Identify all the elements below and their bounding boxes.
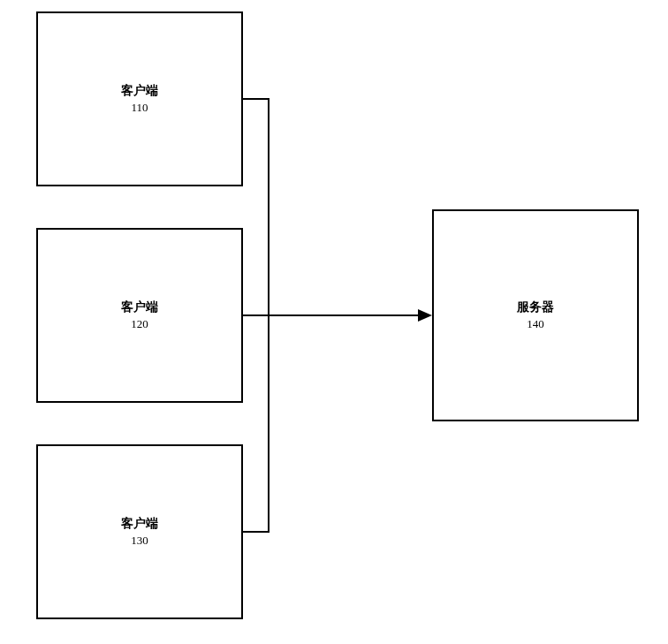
client-130-label: 客户端 xyxy=(121,515,158,533)
arrow-clients-to-server xyxy=(243,314,432,327)
client-120-number: 120 xyxy=(131,316,148,332)
server-140-number: 140 xyxy=(527,316,544,332)
client-130-number: 130 xyxy=(131,533,148,549)
server-box-140: 服务器 140 xyxy=(432,209,639,421)
server-140-label: 服务器 xyxy=(517,299,554,316)
client-box-130: 客户端 130 xyxy=(36,444,243,619)
client-110-label: 客户端 xyxy=(121,82,158,100)
client-110-number: 110 xyxy=(131,100,148,116)
arrow-head-icon xyxy=(418,309,432,322)
client-box-110: 客户端 110 xyxy=(36,11,243,186)
client-120-label: 客户端 xyxy=(121,299,158,316)
connector-client-110 xyxy=(243,98,269,100)
client-box-120: 客户端 120 xyxy=(36,228,243,403)
arrow-shaft xyxy=(243,314,419,316)
connector-client-130 xyxy=(243,531,269,533)
